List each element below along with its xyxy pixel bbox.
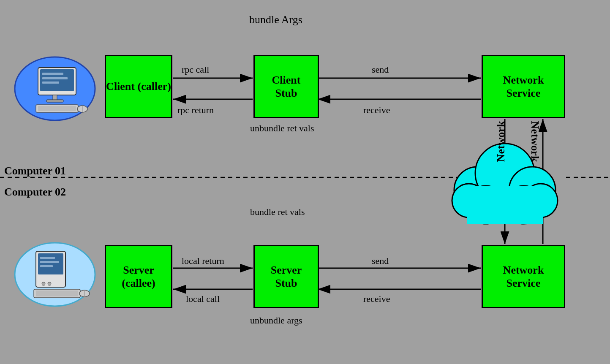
svg-rect-18	[42, 77, 68, 79]
svg-rect-35	[36, 291, 78, 296]
svg-rect-46	[469, 207, 541, 224]
computer-01-label: Computer 01	[4, 165, 66, 177]
rpc-call-label: rpc call	[182, 64, 209, 75]
network-text-left: Network	[495, 121, 507, 162]
network-text-right: Network	[528, 121, 541, 162]
server-callee-box: Server(callee)	[105, 245, 172, 308]
network-service-top-box: NetworkService	[482, 55, 565, 118]
svg-rect-19	[42, 81, 59, 84]
rpc-return-label: rpc return	[177, 105, 214, 116]
client-stub-box: ClientStub	[253, 55, 319, 118]
svg-point-32	[42, 282, 45, 285]
svg-rect-23	[38, 106, 76, 111]
send-bottom-label: send	[372, 255, 389, 266]
network-cloud: Network Network	[444, 122, 566, 236]
receive-top-label: receive	[363, 105, 390, 116]
svg-rect-29	[40, 257, 55, 259]
server-stub-box: ServerStub	[253, 245, 319, 308]
local-return-label: local return	[182, 255, 224, 266]
computer-02-label: Computer 02	[4, 186, 66, 198]
svg-point-33	[48, 282, 51, 285]
diagram: Client (caller) ClientStub NetworkServic…	[0, 0, 610, 364]
svg-rect-16	[40, 69, 74, 91]
svg-rect-17	[42, 73, 63, 75]
receive-bottom-label: receive	[363, 293, 390, 304]
svg-rect-20	[53, 95, 57, 100]
network-service-bottom-box: NetworkService	[482, 245, 565, 308]
svg-rect-28	[38, 253, 63, 274]
send-top-label: send	[372, 64, 389, 75]
svg-rect-30	[40, 261, 59, 263]
bundle-ret-vals-label: bundle ret vals	[250, 206, 305, 218]
unbundle-ret-vals-top-label: unbundle ret vals	[250, 122, 314, 135]
client-caller-box: Client (caller)	[105, 55, 172, 118]
computer-02-icon	[13, 236, 97, 310]
bundle-args-label: bundle Args	[249, 13, 302, 27]
svg-rect-31	[40, 265, 53, 267]
local-call-label: local call	[186, 293, 220, 304]
computer-01-icon	[13, 51, 97, 124]
svg-rect-21	[46, 100, 63, 102]
unbundle-args-label: unbundle args	[250, 315, 302, 327]
